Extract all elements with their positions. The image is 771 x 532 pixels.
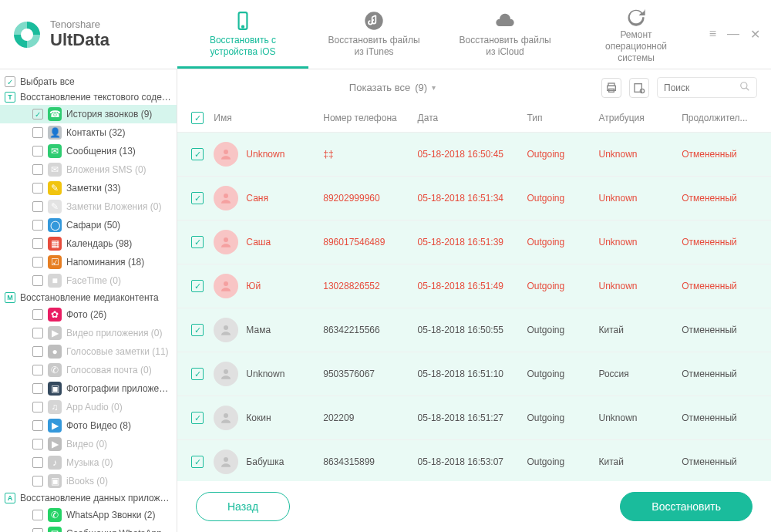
- tree-checkbox[interactable]: [32, 257, 43, 268]
- sidebar-item[interactable]: ▦Календарь (98): [0, 234, 177, 253]
- col-phone[interactable]: Номер телефона: [323, 113, 417, 123]
- table-row[interactable]: Unknown 9503576067 05-18-2018 16:51:10 O…: [177, 352, 771, 396]
- tree-checkbox[interactable]: [32, 420, 43, 431]
- table-row[interactable]: Мама 86342215566 05-18-2018 16:50:55 Out…: [177, 308, 771, 352]
- settings-button[interactable]: [629, 78, 649, 98]
- filter-dropdown[interactable]: Показать все (9) ▾: [349, 82, 436, 93]
- tree-checkbox[interactable]: [32, 183, 43, 194]
- svg-point-18: [224, 457, 228, 462]
- sidebar-item[interactable]: ✆Голосовая почта (0): [0, 361, 177, 379]
- sidebar-item[interactable]: ●Голосовые заметки (11): [0, 342, 177, 361]
- sidebar-item[interactable]: AВосстановление данных приложений: [0, 490, 177, 506]
- tree-checkbox[interactable]: [32, 439, 43, 450]
- table-row[interactable]: Саша 896017546489 05-18-2018 16:51:39 Ou…: [177, 221, 771, 264]
- tree-item-icon: ✎: [48, 181, 62, 195]
- recover-button[interactable]: Восстановить: [620, 492, 752, 521]
- menu-icon[interactable]: ≡: [709, 27, 716, 42]
- sidebar-item[interactable]: ♪Музыка (0): [0, 453, 177, 472]
- tree-item-icon: ■: [48, 274, 62, 288]
- sidebar-item[interactable]: Выбрать все: [0, 74, 177, 89]
- sidebar-item[interactable]: ▶Видео приложения (0): [0, 324, 177, 342]
- col-dur[interactable]: Продолжител...: [682, 113, 757, 123]
- sidebar-item[interactable]: ☑Напоминания (18): [0, 253, 177, 271]
- minimize-icon[interactable]: —: [727, 27, 739, 42]
- row-checkbox[interactable]: [191, 192, 204, 204]
- tree-checkbox[interactable]: [32, 309, 43, 320]
- cell-type: Outgoing: [527, 325, 599, 335]
- col-attr[interactable]: Атрибуция: [598, 113, 682, 123]
- tree-checkbox[interactable]: [32, 328, 43, 338]
- tree-checkbox[interactable]: [32, 365, 43, 375]
- row-checkbox[interactable]: [191, 280, 204, 292]
- cell-phone: 896017546489: [323, 237, 417, 247]
- sidebar[interactable]: Выбрать всеTВосстановление текстового со…: [0, 69, 177, 532]
- cell-name: Мама: [246, 325, 271, 335]
- cell-phone: 8634315899: [323, 456, 417, 467]
- col-name[interactable]: Имя: [214, 113, 323, 123]
- tree-checkbox[interactable]: [32, 457, 43, 468]
- sidebar-item[interactable]: ✉Сообщения WhatsApp (3): [0, 524, 177, 532]
- tree-checkbox[interactable]: [32, 402, 43, 412]
- col-type[interactable]: Тип: [527, 113, 599, 123]
- tree-checkbox[interactable]: [32, 383, 43, 394]
- print-button[interactable]: [601, 78, 621, 98]
- tree-checkbox[interactable]: [32, 510, 43, 520]
- close-icon[interactable]: ✕: [750, 27, 760, 42]
- sidebar-item[interactable]: MВосстановление медиаконтента: [0, 290, 177, 305]
- tree-checkbox[interactable]: [32, 146, 43, 157]
- row-checkbox[interactable]: [191, 148, 204, 160]
- tree-checkbox[interactable]: [32, 528, 43, 532]
- row-checkbox[interactable]: [191, 236, 204, 248]
- sidebar-item[interactable]: ☎История звонков (9): [0, 105, 177, 123]
- sidebar-item[interactable]: ♫App Audio (0): [0, 398, 177, 416]
- sidebar-item[interactable]: ■FaceTime (0): [0, 271, 177, 290]
- tree-checkbox[interactable]: [32, 127, 43, 138]
- sidebar-item[interactable]: ▶Видео (0): [0, 435, 177, 453]
- tab-3[interactable]: Ремонт операционной системы: [571, 0, 702, 69]
- tree-item-icon: ▶: [48, 419, 62, 433]
- select-all-checkbox[interactable]: [191, 112, 204, 124]
- sidebar-item[interactable]: ✉Вложения SMS (0): [0, 160, 177, 179]
- tree-checkbox[interactable]: [32, 201, 43, 212]
- sidebar-item[interactable]: ✉Сообщения (13): [0, 142, 177, 160]
- sidebar-item[interactable]: ▣Фотографии приложений (24: [0, 379, 177, 398]
- cell-phone: 9503576067: [323, 369, 417, 379]
- sidebar-item[interactable]: ✎Заметки Вложения (0): [0, 197, 177, 216]
- sidebar-item[interactable]: ✿Фото (26): [0, 305, 177, 324]
- tree-checkbox[interactable]: [32, 275, 43, 286]
- sidebar-item[interactable]: ▶Фото Видео (8): [0, 416, 177, 435]
- row-checkbox[interactable]: [191, 368, 204, 380]
- table-row[interactable]: Unknown ‡‡ 05-18-2018 16:50:45 Outgoing …: [177, 133, 771, 177]
- tree-checkbox[interactable]: [32, 109, 43, 120]
- table-row[interactable]: Кокин 202209 05-18-2018 16:51:27 Outgoin…: [177, 396, 771, 440]
- sidebar-item[interactable]: ✎Заметки (33): [0, 179, 177, 197]
- search-input[interactable]: [664, 82, 739, 93]
- search-box[interactable]: [657, 77, 757, 98]
- col-date[interactable]: Дата: [418, 113, 527, 123]
- sidebar-item[interactable]: ◯Сафари (50): [0, 216, 177, 234]
- row-checkbox[interactable]: [191, 412, 204, 424]
- sidebar-item[interactable]: ✆WhatsApp Звонки (2): [0, 506, 177, 524]
- table-body[interactable]: Unknown ‡‡ 05-18-2018 16:50:45 Outgoing …: [177, 133, 771, 481]
- tab-2[interactable]: Восстановить файлы из iCloud: [439, 0, 571, 69]
- sidebar-item[interactable]: 👤Контакты (32): [0, 123, 177, 142]
- row-checkbox[interactable]: [191, 324, 204, 336]
- sidebar-item[interactable]: TВосстановление текстового содержи: [0, 89, 177, 105]
- tree-checkbox[interactable]: [32, 476, 43, 487]
- row-checkbox[interactable]: [191, 456, 204, 468]
- tree-checkbox[interactable]: [32, 238, 43, 249]
- tab-1[interactable]: Восстановить файлы из iTunes: [308, 0, 439, 69]
- cell-attr: Unknown: [598, 412, 682, 423]
- table-row[interactable]: Бабушка 8634315899 05-18-2018 16:53:07 O…: [177, 440, 771, 481]
- tree-checkbox[interactable]: [32, 220, 43, 231]
- tab-0[interactable]: Восстановить с устройства iOS: [177, 0, 308, 69]
- table-row[interactable]: Юй 13028826552 05-18-2018 16:51:49 Outgo…: [177, 264, 771, 308]
- cell-date: 05-18-2018 16:51:39: [418, 237, 527, 247]
- tree-checkbox[interactable]: [5, 76, 15, 87]
- table-row[interactable]: Саня 89202999960 05-18-2018 16:51:34 Out…: [177, 177, 771, 221]
- sidebar-item[interactable]: ▣iBooks (0): [0, 472, 177, 490]
- tree-checkbox[interactable]: [32, 346, 43, 357]
- tree-label: Музыка (0): [66, 457, 113, 468]
- tree-checkbox[interactable]: [32, 164, 43, 175]
- back-button[interactable]: Назад: [196, 492, 290, 521]
